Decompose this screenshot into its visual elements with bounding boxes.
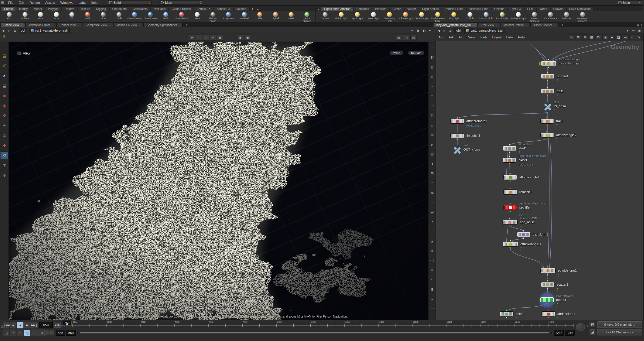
node-body[interactable] (500, 311, 513, 316)
output-connector[interactable] (523, 238, 524, 239)
display-toggle-icon-13[interactable]: ⬒ (429, 170, 435, 176)
node-path-chip[interactable]: var1_yamatoHero_trail (29, 28, 69, 33)
forward-icon[interactable]: ▶ (7, 29, 11, 32)
output-connector[interactable] (547, 274, 549, 275)
output-connector[interactable] (547, 79, 548, 81)
menu-assets[interactable]: Assets (43, 1, 58, 4)
node-color2[interactable]: color2▫ (500, 311, 513, 316)
output-connector[interactable] (546, 303, 548, 304)
current-frame-field[interactable]: 859 (39, 322, 53, 328)
viewport-tool-icon-0[interactable]: ▤ (1, 52, 8, 59)
shelf-tab-modify[interactable]: Modify (16, 6, 30, 11)
close-icon[interactable]: × (109, 24, 110, 26)
path-list-icon[interactable]: ≣ (448, 29, 452, 32)
grid-icon[interactable]: ▦ (589, 34, 595, 40)
shelf-tool-vr-camera[interactable]: VR Camera (543, 12, 558, 20)
shelf-tool-grid[interactable]: Grid (64, 12, 80, 20)
shelf-tab-grains[interactable]: Grains (390, 6, 404, 11)
viewport-layout-icon-1[interactable]: ◫ (403, 35, 409, 41)
output-connector[interactable] (509, 225, 511, 227)
node-body[interactable] (540, 133, 554, 138)
network-menu-add[interactable]: Add (436, 35, 447, 39)
shelf-tool-file[interactable]: File (252, 12, 268, 20)
node-trail1[interactable]: trail1○ (541, 89, 554, 94)
global-range-end-field[interactable]: 1216 (565, 330, 575, 336)
display-toggle-icon-10[interactable]: ◭ (429, 141, 435, 147)
output-connector[interactable] (509, 163, 510, 165)
pane-split-icon[interactable]: ▣ (637, 23, 639, 26)
search-icon[interactable]: ○ (629, 34, 635, 40)
snap-mode-icon-1[interactable]: ◉ (245, 35, 251, 41)
input-connector[interactable] (509, 218, 511, 219)
node-body[interactable] (540, 268, 556, 273)
output-connector[interactable] (456, 139, 458, 140)
back-icon[interactable]: ◀ (1, 29, 5, 32)
tools-icon[interactable]: ✂ (569, 34, 574, 40)
desktop-selector[interactable]: Main ▼ (617, 0, 642, 5)
context-chip[interactable]: obj (454, 28, 463, 33)
close-icon[interactable]: × (554, 24, 556, 26)
input-connector[interactable] (548, 59, 549, 60)
input-connector[interactable] (547, 309, 549, 311)
shelf-tool-spray-paint[interactable]: Spray Paint (174, 12, 189, 20)
shelf-tab-lights-and-cameras[interactable]: Lights and Cameras (321, 6, 353, 11)
network-canvas[interactable]: Attribute Wranglemove_to_originnormal1○t… (436, 41, 643, 320)
selection-mode-icon-3[interactable]: ▱ (210, 35, 216, 41)
display-toggle-icon-4[interactable]: ⌖ (429, 83, 435, 89)
output-connector[interactable] (509, 195, 511, 197)
shelf-tool-draw-curve[interactable]: Draw Curve (143, 12, 158, 20)
playback-range-start-field[interactable]: 850 (66, 330, 76, 336)
node-trail2[interactable]: trail2○ (540, 119, 554, 124)
shelf-tool-tube[interactable]: Tube (33, 12, 48, 20)
shelf-tool-switcher[interactable]: Switcher (559, 12, 574, 20)
display-toggle-icon-21[interactable]: ▯ (429, 248, 435, 253)
shelf-tool-camera[interactable]: Camera (317, 12, 333, 20)
display-toggle-icon-17[interactable]: ⬓ (429, 209, 435, 214)
viewport-layout-icon-0[interactable]: ▤ (396, 35, 402, 41)
node-remesh1[interactable]: remesh1 (503, 190, 517, 195)
node-body[interactable] (517, 232, 530, 237)
selection-mode-icon-1[interactable]: ⬚ (196, 35, 202, 41)
shelf-add-tab-button[interactable]: + (249, 7, 256, 11)
info-icon[interactable]: ⓘ (429, 306, 435, 311)
display-toggle-icon-18[interactable]: ◕ (429, 219, 435, 224)
playback-range-end-field[interactable]: 1216 (554, 330, 564, 336)
shelf-tab-polygon[interactable]: Polygon (45, 6, 61, 11)
output-connector[interactable] (547, 288, 548, 289)
selection-mode-icon-0[interactable]: ➤ (189, 35, 195, 41)
node-blast1[interactable]: blast1rot: selection (503, 158, 516, 163)
node-IN_anim[interactable]: NullIN_anim○ (543, 102, 553, 112)
display-toggle-icon-6[interactable]: ◫ (429, 103, 435, 108)
shelf-tab-drive-simulation[interactable]: Drive Simulation (566, 6, 594, 11)
tab-geometry-spreadsheet[interactable]: Geometry Spreadsheet× (143, 23, 183, 27)
shelf-add-tab-button[interactable]: + (594, 7, 600, 11)
node-body[interactable] (541, 74, 554, 79)
menu-edit[interactable]: Edit (16, 1, 27, 4)
shelf-tool-l-system[interactable]: L-System (221, 12, 236, 20)
node-add_noise[interactable]: Attribute VOPadd_noise▲ ○ (502, 220, 518, 225)
shelf-tool-caustic-light[interactable]: Caustic Light (478, 12, 494, 20)
viewport-tool-icon-9[interactable]: ✚ (1, 142, 8, 149)
node-transform1[interactable]: transform1○ (517, 232, 530, 237)
input-connector[interactable] (547, 266, 549, 267)
shelf-tool-line[interactable]: Line (96, 12, 111, 20)
stop-button[interactable]: ■ (17, 322, 23, 328)
clock-icon[interactable]: ◷ (24, 330, 30, 336)
shelf-tool-font[interactable]: Font (190, 12, 205, 20)
node-attribdelete1[interactable]: attribdelete1▫ (542, 311, 555, 316)
swatch-icon[interactable]: ◧ (422, 29, 427, 32)
dopesheet-icon[interactable]: ◠ (17, 330, 23, 336)
shelf-tool-box[interactable]: Box (2, 12, 17, 20)
node-body[interactable] (541, 61, 556, 66)
desktop-build-combo[interactable]: Build ▲▼ (108, 0, 152, 5)
input-connector[interactable] (547, 280, 548, 282)
tab-scene-view[interactable]: Scene View× (1, 23, 25, 27)
close-icon[interactable]: × (473, 24, 475, 26)
node-start1[interactable]: Time Shiftstart1●Referenced from start (503, 146, 516, 151)
shelf-tool-null[interactable]: Null (80, 12, 95, 20)
shelf-tool-gamepad-camera[interactable]: Gamepad Camera (575, 12, 590, 22)
range-slider-left-handle[interactable]: ▶ (77, 331, 79, 335)
output-connector[interactable] (547, 94, 548, 96)
node-body[interactable] (451, 133, 464, 138)
node-body[interactable] (502, 220, 518, 225)
